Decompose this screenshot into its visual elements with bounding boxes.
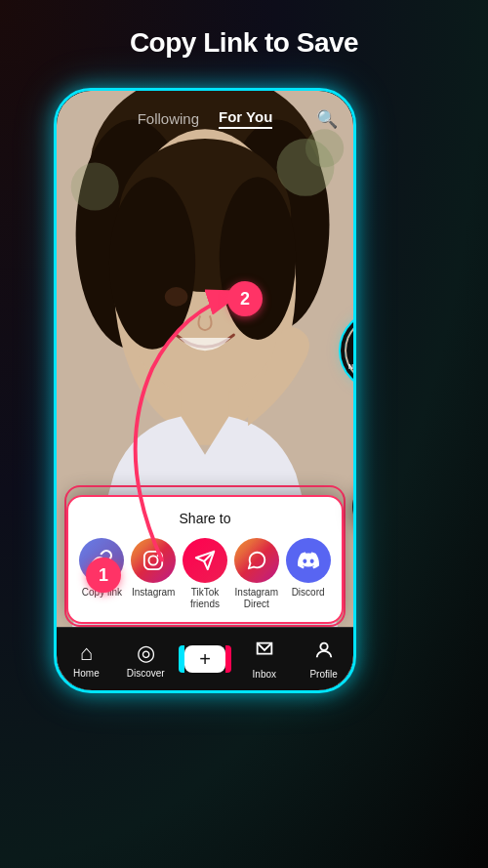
phone-frame: Following For You 🔍 @let_us... Together … bbox=[54, 88, 356, 693]
header-title: Copy Link to Save bbox=[0, 27, 488, 59]
following-tab[interactable]: Following bbox=[138, 110, 199, 127]
profile-icon bbox=[313, 640, 335, 667]
no-watermark-label: NO WATERMARK bbox=[348, 363, 356, 371]
annotation-step1: 1 bbox=[86, 558, 121, 593]
home-icon: ⌂ bbox=[80, 641, 93, 666]
share-item-instagram[interactable]: Instagram bbox=[128, 538, 179, 599]
tiktok-friends-label: TikTok friends bbox=[180, 587, 230, 610]
search-icon[interactable]: 🔍 bbox=[316, 108, 338, 130]
video-top-nav: Following For You bbox=[57, 108, 353, 129]
for-you-tab[interactable]: For You bbox=[219, 108, 272, 129]
discover-icon: ◎ bbox=[137, 641, 155, 666]
discover-label: Discover bbox=[127, 668, 165, 679]
instagram-direct-label: Instagram Direct bbox=[231, 587, 282, 610]
nav-profile[interactable]: Profile bbox=[294, 640, 353, 680]
nav-discover[interactable]: ◎ Discover bbox=[116, 641, 176, 679]
svg-point-18 bbox=[320, 642, 327, 649]
discord-label: Discord bbox=[292, 587, 325, 599]
instagram-direct-icon[interactable] bbox=[234, 538, 279, 583]
svg-point-8 bbox=[220, 177, 296, 340]
instagram-label: Instagram bbox=[132, 587, 175, 599]
nav-inbox[interactable]: Inbox bbox=[234, 640, 294, 680]
svg-point-9 bbox=[165, 287, 188, 307]
share-item-tiktok-friends[interactable]: TikTok friends bbox=[180, 538, 230, 610]
bottom-nav: ⌂ Home ◎ Discover + Inbox bbox=[57, 627, 353, 690]
discord-icon[interactable] bbox=[286, 538, 331, 583]
svg-point-16 bbox=[149, 556, 158, 564]
tiktok-friends-icon[interactable] bbox=[183, 538, 227, 583]
share-item-discord[interactable]: Discord bbox=[283, 538, 334, 599]
home-label: Home bbox=[73, 668, 100, 679]
annotation-step2: 2 bbox=[227, 281, 263, 316]
svg-point-13 bbox=[305, 129, 344, 167]
share-title: Share to bbox=[76, 511, 334, 526]
instagram-icon[interactable] bbox=[131, 538, 176, 583]
svg-point-14 bbox=[71, 163, 119, 211]
nav-home[interactable]: ⌂ Home bbox=[57, 641, 116, 679]
svg-rect-15 bbox=[144, 552, 162, 569]
plus-button[interactable]: + bbox=[184, 645, 225, 673]
svg-point-17 bbox=[157, 555, 160, 558]
inbox-icon bbox=[254, 640, 275, 667]
inbox-label: Inbox bbox=[253, 669, 276, 680]
nav-plus[interactable]: + bbox=[176, 645, 235, 673]
profile-label: Profile bbox=[309, 669, 337, 680]
share-item-instagram-direct[interactable]: Instagram Direct bbox=[231, 538, 282, 610]
svg-point-7 bbox=[109, 177, 195, 350]
